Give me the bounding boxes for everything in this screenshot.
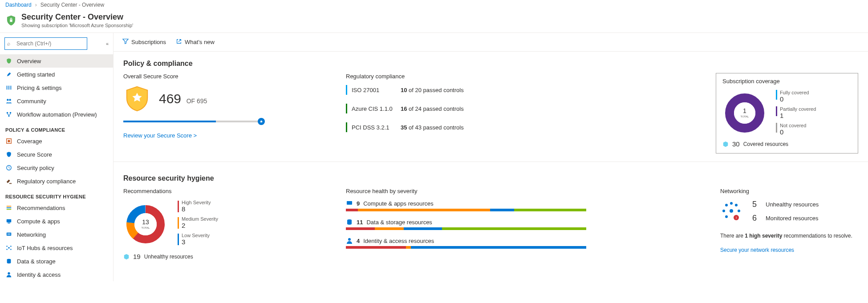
subscriptions-button[interactable]: Subscriptions (122, 38, 166, 46)
recommendation-legend-row: Low Severity3 (178, 233, 218, 246)
svg-point-37 (348, 238, 351, 241)
policy-compliance-heading: Policy & compliance (123, 60, 858, 68)
health-row[interactable]: 9 Compute & apps resources (346, 200, 586, 211)
svg-point-41 (722, 210, 725, 212)
legend-label: High Severity (182, 200, 211, 205)
page-header: Security Center - Overview Showing subsc… (0, 10, 868, 33)
page-title: Security Center - Overview (21, 12, 133, 22)
recommendations-title: Recommendations (123, 188, 328, 194)
legend-label: Partially covered (780, 106, 816, 112)
stat-value: 5 (752, 200, 760, 209)
sidebar-item-label: Workflow automation (Preview) (17, 111, 97, 118)
sidebar-item-recommendations[interactable]: Recommendations (0, 201, 113, 214)
svg-text:TOTAL: TOTAL (142, 226, 150, 229)
regulatory-row[interactable]: Azure CIS 1.1.016 of 24 passed controls (346, 104, 698, 113)
search-input[interactable] (4, 37, 87, 50)
sidebar-item-label: Security policy (17, 165, 54, 171)
svg-text:TOTAL: TOTAL (741, 115, 749, 118)
sidebar-item-regulatory-compliance[interactable]: Regulatory compliance (0, 174, 113, 188)
toolbar: Subscriptions What's new (114, 33, 868, 52)
coverage-legend-row: Partially covered1 (776, 106, 816, 119)
svg-rect-15 (7, 219, 12, 222)
networking-stat-row: 6Monitored resources (752, 214, 819, 223)
svg-point-21 (6, 249, 8, 250)
health-row[interactable]: 4 Identity & access resources (346, 237, 586, 249)
coverage-legend-row: Fully covered0 (776, 90, 816, 103)
sidebar-item-secure-score[interactable]: Secure Score (0, 148, 113, 161)
sidebar-item-security-policy[interactable]: Security policy (0, 161, 113, 174)
secure-score-title: Overall Secure Score (123, 73, 328, 80)
legend-value: 0 (780, 128, 806, 136)
sidebar-item-community[interactable]: Community (0, 94, 113, 108)
page-subtitle: Showing subscription 'Microsoft Azure Sp… (21, 23, 133, 28)
health-label: Identity & access resources (363, 238, 434, 244)
sidebar-item-label: Networking (17, 231, 46, 238)
svg-point-43 (735, 204, 738, 206)
legend-value: 8 (182, 205, 211, 213)
coverage-legend-row: Not covered0 (776, 123, 816, 136)
review-score-link[interactable]: Review your Secure Score > (123, 132, 197, 139)
whats-new-label: What's new (185, 39, 215, 45)
health-row[interactable]: 11 Data & storage resources (346, 218, 586, 230)
sidebar-section-heading: POLICY & COMPLIANCE (0, 121, 113, 134)
sidebar-item-iot-hubs-resources[interactable]: IoT Hubs & resources (0, 241, 113, 255)
chevron-right-icon: › (35, 2, 37, 8)
svg-point-22 (10, 249, 12, 250)
policy-compliance-region: Policy & compliance Overall Secure Score… (114, 52, 868, 157)
sidebar-item-networking[interactable]: Networking (0, 228, 113, 241)
identity-icon (5, 271, 12, 278)
subscription-coverage-title: Subscription coverage (722, 78, 852, 85)
legend-tick (178, 201, 179, 212)
breadcrumb-root[interactable]: Dashboard (5, 2, 32, 8)
sidebar: ⌕ « OverviewGetting startedPricing & set… (0, 33, 114, 281)
sidebar-item-label: Identity & access (17, 271, 61, 278)
external-link-icon (176, 38, 182, 46)
health-count: 11 (357, 219, 363, 226)
secure-network-link[interactable]: Secure your network resources (720, 247, 794, 253)
svg-text:13: 13 (142, 218, 149, 226)
svg-point-10 (8, 140, 10, 142)
shield-icon (5, 15, 17, 26)
sidebar-item-label: Overview (17, 58, 41, 65)
legend-tick (776, 106, 777, 116)
whats-new-button[interactable]: What's new (176, 38, 215, 46)
networking-note: There are 1 high severity recommendation… (720, 233, 858, 239)
legend-label: Low Severity (182, 233, 210, 238)
data-icon (346, 218, 353, 226)
regulatory-count: 10 of 20 passed controls (401, 87, 464, 93)
svg-point-39 (730, 202, 733, 205)
stat-label: Unhealthy resources (766, 201, 819, 208)
identity-icon (346, 237, 353, 244)
main-content: Subscriptions What's new Policy & compli… (114, 33, 868, 281)
legend-value: 0 (780, 95, 809, 103)
svg-rect-2 (8, 86, 9, 90)
sidebar-item-workflow-automation-preview-[interactable]: Workflow automation (Preview) (0, 108, 113, 121)
sidebar-item-overview[interactable]: Overview (0, 54, 113, 68)
regulatory-row[interactable]: PCI DSS 3.2.135 of 43 passed controls (346, 122, 698, 132)
unhealthy-resources-label: Unhealthy resources (144, 254, 193, 260)
unhealthy-resources-count: 19 (133, 253, 141, 260)
subscription-coverage-card: Subscription coverage 1 TOTAL Fully cove… (716, 73, 858, 154)
sidebar-item-label: IoT Hubs & resources (17, 245, 73, 251)
svg-point-18 (8, 247, 10, 249)
resource-health-title: Resource health by severity (346, 188, 702, 194)
regulatory-row[interactable]: ISO 2700110 of 20 passed controls (346, 85, 698, 95)
iot-icon (5, 244, 12, 251)
svg-point-24 (8, 272, 10, 275)
sidebar-item-pricing-settings[interactable]: Pricing & settings (0, 81, 113, 94)
list-icon (5, 204, 12, 211)
sidebar-item-identity-access[interactable]: Identity & access (0, 268, 113, 281)
health-count: 9 (357, 200, 360, 207)
severity-bar (346, 209, 586, 211)
svg-point-40 (738, 210, 740, 212)
collapse-sidebar-button[interactable]: « (106, 41, 109, 46)
svg-rect-16 (8, 223, 10, 224)
svg-point-7 (10, 112, 12, 114)
resource-health-card: Resource health by severity 9 Compute & … (346, 188, 702, 249)
sidebar-item-data-storage[interactable]: Data & storage (0, 255, 113, 268)
sidebar-item-getting-started[interactable]: Getting started (0, 68, 113, 81)
sidebar-item-compute-apps[interactable]: Compute & apps (0, 214, 113, 228)
sidebar-item-coverage[interactable]: Coverage (0, 134, 113, 148)
legend-value: 3 (182, 238, 210, 246)
legend-tick (776, 123, 777, 133)
